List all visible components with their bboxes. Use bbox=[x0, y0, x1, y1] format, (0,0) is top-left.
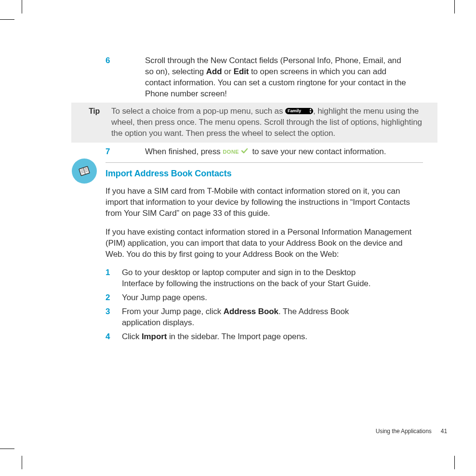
step-number: 6 bbox=[106, 55, 122, 66]
checkmark-icon bbox=[241, 146, 250, 157]
text-span: in the sidebar. The Import page opens. bbox=[167, 332, 307, 341]
text-span: When finished, press bbox=[145, 147, 223, 156]
section-block: Import Address Book Contacts If you have… bbox=[71, 162, 437, 346]
bold-address-book: Address Book bbox=[224, 307, 278, 316]
crop-mark bbox=[22, 0, 22, 13]
section-rule bbox=[106, 162, 423, 163]
footer-section: Using the Applications bbox=[376, 428, 432, 435]
step-text: When finished, press DONE to save your n… bbox=[145, 146, 437, 158]
done-label: DONE bbox=[223, 149, 239, 155]
list-number: 3 bbox=[106, 306, 122, 317]
crop-mark bbox=[454, 456, 455, 469]
list-item: 3 From your Jump page, click Address Boo… bbox=[106, 306, 423, 329]
body-paragraph: If you have a SIM card from T-Mobile wit… bbox=[106, 186, 423, 219]
bold-add: Add bbox=[206, 67, 222, 76]
text-span: Click bbox=[122, 332, 142, 341]
text-span: to save your new contact information. bbox=[252, 147, 386, 156]
step-6-row: 6 Scroll through the New Contact fields … bbox=[71, 55, 437, 100]
list-number: 4 bbox=[106, 331, 122, 343]
crop-mark bbox=[22, 456, 22, 469]
section-title: Import Address Book Contacts bbox=[106, 168, 423, 179]
body-paragraph: If you have existing contact information… bbox=[106, 227, 423, 260]
page-footer: Using the Applications 41 bbox=[376, 427, 447, 435]
text-span: From your Jump page, click bbox=[122, 307, 224, 316]
list-text: From your Jump page, click Address Book.… bbox=[122, 306, 423, 329]
tip-label: Tip bbox=[89, 107, 100, 115]
list-item: 1 Go to your desktop or laptop computer … bbox=[106, 267, 423, 290]
page-number: 41 bbox=[441, 428, 447, 435]
crop-mark bbox=[0, 449, 14, 449]
updown-arrows-icon: ▲▼ bbox=[309, 108, 312, 114]
list-number: 2 bbox=[106, 292, 122, 304]
crop-mark bbox=[454, 0, 455, 13]
list-item: 4 Click Import in the sidebar. The Impor… bbox=[106, 331, 423, 343]
list-item: 2 Your Jump page opens. bbox=[106, 292, 423, 304]
address-book-icon bbox=[72, 159, 97, 184]
step-number: 7 bbox=[106, 146, 122, 158]
text-span: To select a choice from a pop-up menu, s… bbox=[111, 106, 285, 116]
bold-edit: Edit bbox=[234, 67, 249, 76]
tip-box: Tip To select a choice from a pop-up men… bbox=[71, 103, 437, 143]
list-text: Go to your desktop or laptop computer an… bbox=[122, 267, 423, 290]
step-text: Scroll through the New Contact fields (P… bbox=[145, 55, 437, 100]
list-number: 1 bbox=[106, 267, 122, 278]
bold-import: Import bbox=[142, 332, 167, 341]
text-span: or bbox=[222, 67, 233, 76]
tip-text: To select a choice from a pop-up menu, s… bbox=[111, 106, 437, 139]
page-content: 6 Scroll through the New Contact fields … bbox=[71, 55, 437, 348]
crop-mark bbox=[0, 19, 14, 20]
step-7-row: 7 When finished, press DONE to save your… bbox=[71, 146, 437, 158]
family-dropdown-pill: Family▲▼ bbox=[285, 108, 313, 114]
list-text: Your Jump page opens. bbox=[122, 292, 423, 304]
list-text: Click Import in the sidebar. The Import … bbox=[122, 331, 423, 343]
pill-label: Family bbox=[288, 108, 301, 114]
